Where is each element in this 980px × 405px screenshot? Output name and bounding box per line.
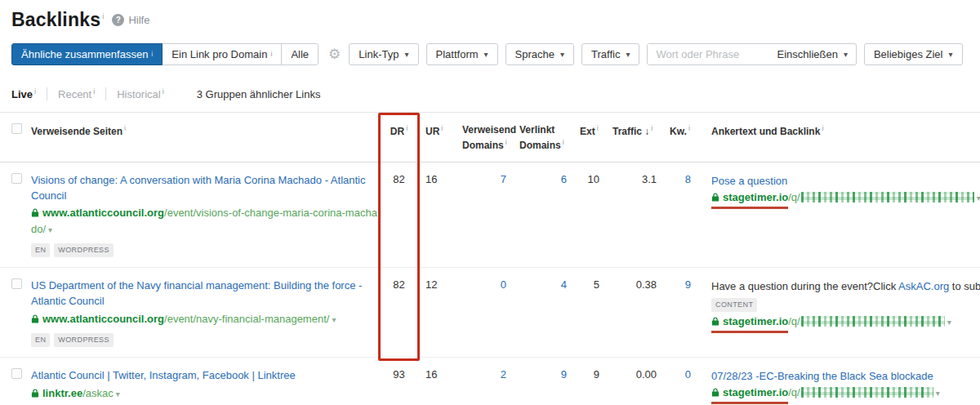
row-checkbox[interactable] [11,278,22,289]
ext-value: 9 [573,358,606,390]
select-all-checkbox[interactable] [11,123,22,134]
help-question-icon: ? [112,14,124,26]
link-type-label: Link-Typ [359,48,399,60]
chevron-down-icon[interactable]: ▾ [116,389,120,398]
linked-domains-link[interactable]: 4 [514,268,573,300]
sort-desc-icon: ↓ [644,126,649,137]
backlink-domain: stagetimer.io [723,191,788,203]
backlink-path: /q/ [788,386,800,398]
anchor-link[interactable]: 07/28/23 -EC-Breaking the Black Sea bloc… [711,370,933,382]
header-linked-domains[interactable]: VerlinktDomainsi [514,113,573,162]
referring-page-url[interactable]: linktr.ee/askac▾ [31,387,120,399]
chevron-down-icon[interactable]: ▾ [947,318,951,327]
backlink-url[interactable]: stagetimer.io/q/▾ [711,385,980,404]
red-underline-annotation: stagetimer.io [711,189,788,209]
referring-page-cell: Atlantic Council | Twitter, Instagram, F… [31,358,378,405]
all-links-label: Alle [291,48,309,60]
filter-bar: Ähnliche zusammenfasseni Ein Link pro Do… [11,42,980,65]
header-referring-domains-line1: Verweisend [462,124,516,136]
tab-recent[interactable]: Recenti [58,87,95,100]
keywords-link[interactable]: 8 [663,162,694,195]
gear-icon[interactable]: ⚙ [328,47,341,61]
language-badge: EN [31,243,50,257]
target-dropdown[interactable]: Beliebiges Ziel▾ [864,43,963,65]
info-superscript: i [506,138,507,146]
table-row: US Department of the Navy financial mana… [0,268,980,358]
all-links-button[interactable]: Alle [281,43,318,65]
link-type-dropdown[interactable]: Link-Typ▾ [349,43,418,65]
chevron-down-icon[interactable]: ▾ [48,225,52,234]
linked-domains-link[interactable]: 6 [514,162,573,195]
blurred-url-segment [801,387,933,398]
referring-domains-link[interactable]: 2 [456,358,514,390]
anchor-backlink-cell: Pose a question stagetimer.io/q/▾ [694,162,980,219]
language-dropdown[interactable]: Sprache▾ [506,43,574,65]
header-ur[interactable]: URi [420,113,456,147]
chevron-down-icon[interactable]: ▾ [936,389,940,398]
anchor-link[interactable]: Pose a question [711,175,787,187]
phrase-search-input[interactable] [648,44,768,65]
page-title: Backlinksi [11,9,104,31]
info-superscript: i [651,124,653,132]
help-link[interactable]: ? Hilfe [112,14,149,26]
chevron-down-icon: ▾ [560,50,564,59]
traffic-value: 0.38 [606,268,663,300]
include-mode-dropdown[interactable]: Einschließen▾ [768,48,855,60]
row-checkbox[interactable] [11,368,22,379]
tab-live[interactable]: Livei [11,87,36,100]
row-checkbox[interactable] [11,173,22,184]
keywords-link[interactable]: 9 [663,268,694,300]
backlink-url[interactable]: stagetimer.io/q/▾ [711,189,980,209]
backlink-url[interactable]: stagetimer.io/q/▾ [711,314,980,333]
ext-value: 10 [573,162,606,195]
referring-domains-link[interactable]: 0 [456,268,514,300]
chevron-down-icon: ▾ [844,50,848,59]
info-superscript: i [688,124,690,132]
keywords-link[interactable]: 0 [663,358,694,390]
tab-recent-label: Recent [58,88,91,100]
info-superscript: i [34,87,36,96]
anchor-context-pre: Have a question during the event?Click [711,280,898,292]
chevron-down-icon: ▾ [626,50,630,59]
ur-value: 16 [420,162,456,195]
header-referring-domains[interactable]: VerweisendDomainsi [456,113,514,162]
header-dr[interactable]: DRi [378,113,420,147]
header-referring-domains-line2: Domains [462,140,504,151]
header-keywords[interactable]: Kw.i [663,113,694,147]
referring-domains-link[interactable]: 7 [456,162,514,195]
group-mode-segmented-control: Ähnliche zusammenfasseni Ein Link pro Do… [11,43,318,65]
referring-page-url[interactable]: www.atlanticcouncil.org/event/navy-finan… [31,313,336,325]
backlinks-table: Verweisende Seiteni DRi URi VerweisendDo… [0,113,980,405]
target-label: Beliebiges Ziel [874,48,943,60]
group-similar-button[interactable]: Ähnliche zusammenfasseni [11,43,163,65]
header-traffic[interactable]: Traffic ↓i [606,113,663,147]
traffic-dropdown[interactable]: Traffic▾ [581,43,639,65]
url-domain: linktr.ee [42,387,82,399]
chevron-down-icon[interactable]: ▾ [977,194,980,202]
anchor-link[interactable]: AskAC.org [898,280,949,292]
tab-historical[interactable]: Historicali [117,87,163,100]
backlink-path: /q/ [788,191,800,203]
referring-page-title-link[interactable]: US Department of the Navy financial mana… [31,278,378,309]
referring-page-title-link[interactable]: Atlantic Council | Twitter, Instagram, F… [31,368,378,384]
blurred-url-segment [801,316,945,327]
one-link-per-domain-button[interactable]: Ein Link pro Domaini [162,43,282,65]
info-superscript: i [124,124,126,132]
linked-domains-link[interactable]: 9 [514,358,573,390]
lock-icon [31,208,39,217]
content-badge: CONTENT [711,298,757,313]
info-superscript: i [441,124,443,132]
referring-page-url[interactable]: www.atlanticcouncil.org/event/visions-of… [31,207,377,235]
referring-page-title-link[interactable]: Visions of change: A conversation with M… [31,173,378,204]
platform-dropdown[interactable]: Plattform▾ [426,43,498,65]
tab-divider [47,87,47,100]
anchor-text: Pose a question [711,173,980,189]
row-checkbox-cell [0,268,31,301]
chevron-down-icon[interactable]: ▾ [332,315,336,324]
header-anchor-backlink[interactable]: Ankertext und Backlinki [694,113,980,147]
ur-value: 12 [420,268,456,300]
language-badge: EN [31,333,50,347]
header-referring-pages[interactable]: Verweisende Seiteni [31,113,378,147]
info-superscript: i [163,87,164,96]
header-ext[interactable]: Exti [573,113,606,147]
